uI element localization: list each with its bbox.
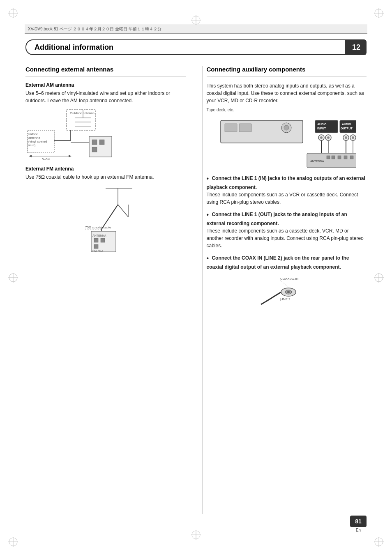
svg-text:75Ω coaxial cable: 75Ω coaxial cable bbox=[85, 226, 111, 229]
page-number: 81 bbox=[350, 516, 367, 527]
fm-antenna-svg: 75Ω coaxial cable ANTENNA FM 75Ω bbox=[65, 184, 147, 254]
svg-rect-82 bbox=[344, 156, 347, 159]
svg-rect-55 bbox=[225, 124, 237, 132]
svg-rect-80 bbox=[332, 156, 335, 159]
coax-svg: COAXIAL IN LINE 2 bbox=[258, 275, 319, 308]
fm-antenna-diagram: 75Ω coaxial cable ANTENNA FM 75Ω bbox=[65, 184, 147, 250]
content-area: Connecting external antennas External AM… bbox=[25, 66, 367, 514]
svg-rect-62 bbox=[340, 120, 356, 133]
svg-point-58 bbox=[284, 125, 289, 130]
section-divider-left bbox=[25, 76, 186, 76]
right-column: Connecting auxiliary components This sys… bbox=[202, 66, 367, 514]
svg-text:wire): wire) bbox=[28, 143, 36, 147]
bullet3-dot: • bbox=[207, 255, 209, 262]
bullet2: • Connect the LINE 1 (OUT) jacks to the … bbox=[207, 210, 367, 249]
bullet2-body: These include components such as a casse… bbox=[207, 228, 364, 249]
svg-rect-79 bbox=[327, 156, 330, 159]
svg-rect-51 bbox=[94, 244, 98, 249]
am-antenna-svg: Outdoor antenna Indoor antenna (vinyl-co… bbox=[25, 108, 116, 161]
svg-text:ANTENNA: ANTENNA bbox=[92, 234, 106, 237]
am-antenna-subtitle: External AM antenna bbox=[25, 82, 186, 88]
svg-point-70 bbox=[345, 136, 347, 139]
svg-text:Outdoor antenna: Outdoor antenna bbox=[70, 111, 95, 115]
reg-mark-br bbox=[373, 536, 385, 548]
right-section-title: Connecting auxiliary components bbox=[207, 66, 367, 73]
svg-point-66 bbox=[320, 136, 323, 139]
svg-rect-32 bbox=[92, 140, 97, 145]
svg-rect-49 bbox=[94, 238, 98, 242]
bullet2-dot: • bbox=[207, 211, 209, 218]
svg-rect-81 bbox=[338, 156, 341, 159]
svg-rect-50 bbox=[101, 238, 105, 242]
tape-deck-diagram: AUDIO INPUT AUDIO OUTPUT bbox=[207, 116, 367, 170]
bullet1: • Connect the LINE 1 (IN) jacks to the a… bbox=[207, 174, 367, 206]
tape-deck-label: Tape deck, etc. bbox=[207, 108, 367, 112]
section-divider-right bbox=[207, 76, 367, 76]
svg-point-68 bbox=[327, 136, 330, 139]
reg-mark-tr bbox=[373, 7, 385, 19]
svg-text:(vinyl-coated: (vinyl-coated bbox=[28, 140, 47, 143]
chapter-title: Additional information bbox=[25, 39, 346, 55]
svg-text:AUDIO: AUDIO bbox=[342, 123, 351, 126]
svg-rect-31 bbox=[89, 136, 112, 157]
svg-rect-33 bbox=[99, 140, 104, 145]
svg-rect-56 bbox=[239, 124, 251, 132]
svg-text:COAXIAL IN: COAXIAL IN bbox=[280, 277, 299, 281]
tape-deck-svg: AUDIO INPUT AUDIO OUTPUT bbox=[217, 116, 356, 170]
svg-rect-83 bbox=[350, 156, 353, 159]
svg-line-89 bbox=[266, 292, 281, 302]
bullet1-title: Connect the LINE 1 (IN) jacks to the ana… bbox=[207, 175, 365, 190]
bullet2-title: Connect the LINE 1 (OUT) jacks to the an… bbox=[207, 212, 347, 226]
reg-mark-mr bbox=[373, 272, 385, 283]
svg-text:OUTPUT: OUTPUT bbox=[341, 127, 353, 130]
svg-line-43 bbox=[118, 205, 128, 217]
right-intro: This system has both stereo analog input… bbox=[207, 82, 367, 104]
svg-text:LINE 2: LINE 2 bbox=[280, 297, 291, 301]
am-antenna-diagram: Outdoor antenna Indoor antenna (vinyl-co… bbox=[25, 108, 116, 161]
fm-antenna-subtitle: External FM antenna bbox=[25, 166, 186, 172]
svg-point-88 bbox=[287, 291, 290, 293]
bullet1-body: These include components such as a VCR o… bbox=[207, 192, 358, 205]
svg-marker-37 bbox=[29, 155, 32, 157]
bullet3-title: Connect the COAX IN (LINE 2) jack on the… bbox=[207, 255, 349, 270]
svg-text:INPUT: INPUT bbox=[317, 127, 326, 130]
footer-page-area: 81 En bbox=[350, 516, 367, 532]
reg-mark-ml bbox=[7, 272, 19, 283]
svg-point-72 bbox=[352, 136, 354, 139]
reg-mark-tc bbox=[190, 14, 202, 26]
coax-diagram: COAXIAL IN LINE 2 bbox=[258, 275, 315, 304]
page-sub: En bbox=[356, 528, 361, 532]
left-column: Connecting external antennas External AM… bbox=[25, 66, 190, 514]
svg-text:FM  75Ω: FM 75Ω bbox=[92, 249, 103, 252]
svg-line-90 bbox=[261, 302, 266, 304]
svg-text:Indoor: Indoor bbox=[28, 132, 38, 136]
reg-mark-bl bbox=[7, 536, 19, 548]
bullet3: • Connect the COAX IN (LINE 2) jack on t… bbox=[207, 253, 367, 271]
fm-antenna-body: Use 75Ω coaxial cable to hook up an exte… bbox=[25, 173, 186, 181]
svg-text:antenna: antenna bbox=[28, 136, 40, 140]
am-antenna-body: Use 5–6 meters of vinyl-insulated wire a… bbox=[25, 90, 186, 104]
svg-text:AUDIO: AUDIO bbox=[317, 123, 327, 126]
svg-text:ANTENNA: ANTENNA bbox=[310, 160, 324, 163]
reg-mark-tl bbox=[7, 7, 19, 19]
chapter-number: 12 bbox=[346, 39, 367, 55]
reg-mark-bc bbox=[190, 529, 202, 541]
file-info-text: XV-DV9.book 81 ページ ２００４年２月２０日 金曜日 午前１１時４… bbox=[28, 26, 161, 32]
left-section-title: Connecting external antennas bbox=[25, 66, 186, 73]
bullet1-dot: • bbox=[207, 175, 209, 182]
header-strip: XV-DV9.book 81 ページ ２００４年２月２０日 金曜日 午前１１時４… bbox=[25, 25, 367, 34]
svg-text:5–6m: 5–6m bbox=[42, 157, 50, 161]
svg-marker-38 bbox=[69, 155, 71, 157]
chapter-header: Additional information 12 bbox=[25, 39, 367, 55]
svg-rect-59 bbox=[315, 120, 338, 133]
svg-rect-34 bbox=[92, 147, 97, 152]
svg-line-85 bbox=[280, 281, 288, 287]
